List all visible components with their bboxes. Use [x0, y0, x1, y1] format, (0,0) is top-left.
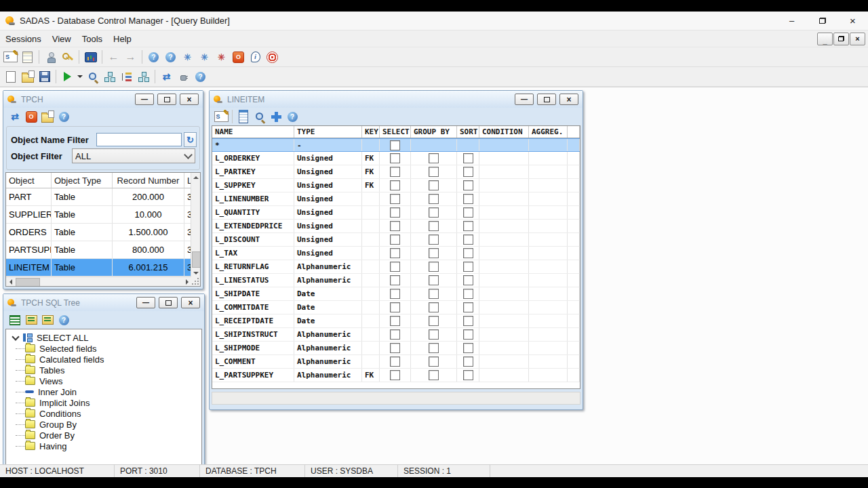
- restore-button[interactable]: [807, 12, 837, 30]
- field-row[interactable]: L_SHIPMODEAlphanumeric: [212, 342, 580, 355]
- group-checkbox[interactable]: [429, 248, 439, 258]
- cell-sort-checkbox[interactable]: [457, 220, 479, 232]
- group-checkbox[interactable]: [429, 302, 439, 312]
- sort-checkbox[interactable]: [463, 302, 473, 312]
- tree-item[interactable]: Order By: [6, 430, 201, 441]
- form-view-button[interactable]: [19, 49, 36, 65]
- monitor-button[interactable]: [82, 49, 99, 65]
- table-row[interactable]: PARTTable200.0003: [6, 188, 191, 206]
- cell-condition[interactable]: [479, 260, 529, 273]
- cell-condition[interactable]: [479, 355, 529, 368]
- group-checkbox[interactable]: [429, 167, 439, 177]
- cell-sort-checkbox[interactable]: [457, 192, 479, 205]
- new-file-button[interactable]: [2, 69, 19, 85]
- cell-aggreg[interactable]: [529, 260, 568, 273]
- column-header[interactable]: Object: [6, 173, 52, 188]
- cell-select-checkbox[interactable]: [380, 152, 411, 165]
- cell-group-checkbox[interactable]: [411, 355, 457, 368]
- group-checkbox[interactable]: [429, 180, 439, 190]
- cell-condition[interactable]: [479, 328, 529, 341]
- tree-list-button[interactable]: [7, 312, 23, 327]
- cell-condition[interactable]: [479, 369, 529, 382]
- menu-help[interactable]: Help: [108, 34, 137, 44]
- resize-grip[interactable]: [191, 277, 200, 286]
- cell-aggreg[interactable]: [529, 233, 568, 246]
- field-row[interactable]: L_RECEIPTDATEDate: [212, 314, 580, 328]
- lineitem-title-bar[interactable]: LINEITEM — ×: [210, 91, 583, 108]
- table-row[interactable]: SUPPLIERTable10.0003: [6, 206, 191, 224]
- scroll-thumb[interactable]: [16, 278, 40, 287]
- field-row[interactable]: L_QUANTITYUnsigned: [212, 206, 580, 220]
- menu-view[interactable]: View: [47, 34, 77, 44]
- cell-aggreg[interactable]: [529, 192, 568, 205]
- field-row[interactable]: L_LINESTATUSAlphanumeric: [212, 274, 580, 287]
- cell-sort-checkbox[interactable]: [457, 206, 479, 219]
- cell-condition[interactable]: [479, 139, 529, 151]
- cell-condition[interactable]: [479, 179, 529, 192]
- table-row[interactable]: PARTSUPPTable800.0003: [6, 241, 191, 259]
- sort-checkbox[interactable]: [463, 262, 473, 272]
- cell-select-checkbox[interactable]: [380, 314, 411, 327]
- group-checkbox[interactable]: [429, 357, 439, 367]
- column-header[interactable]: NAME: [212, 126, 294, 138]
- expander-chevron-icon[interactable]: [12, 333, 19, 340]
- cell-group-checkbox[interactable]: [411, 260, 457, 273]
- cell-select-checkbox[interactable]: [380, 247, 411, 260]
- sort-checkbox[interactable]: [463, 248, 473, 258]
- tpch-open-button[interactable]: [39, 109, 56, 124]
- select-checkbox[interactable]: [390, 316, 400, 326]
- session-detach-button[interactable]: [213, 49, 230, 65]
- cell-condition[interactable]: [479, 233, 529, 246]
- cell-select-checkbox[interactable]: [380, 139, 411, 151]
- session-new-button[interactable]: [179, 49, 196, 65]
- tpch-help-button[interactable]: [56, 109, 72, 124]
- field-row[interactable]: L_RETURNFLAGAlphanumeric: [212, 260, 580, 274]
- select-checkbox[interactable]: [390, 153, 400, 163]
- cell-condition[interactable]: [479, 342, 529, 354]
- object-name-filter-input[interactable]: [96, 133, 182, 146]
- cell-sort-checkbox[interactable]: [457, 233, 479, 246]
- info-button[interactable]: [247, 49, 264, 65]
- sort-checkbox[interactable]: [463, 357, 473, 367]
- cell-select-checkbox[interactable]: [380, 301, 411, 314]
- select-checkbox[interactable]: [390, 167, 400, 177]
- cell-aggreg[interactable]: [529, 179, 568, 192]
- sessions-network-button[interactable]: [158, 69, 175, 85]
- menu-tools[interactable]: Tools: [77, 34, 108, 44]
- stop-button[interactable]: [230, 49, 247, 65]
- group-checkbox[interactable]: [429, 235, 439, 245]
- field-row[interactable]: L_PARTKEYUnsignedFK: [212, 165, 580, 179]
- sort-checkbox[interactable]: [463, 221, 473, 231]
- cell-sort-checkbox[interactable]: [457, 369, 479, 382]
- cell-select-checkbox[interactable]: [380, 206, 411, 219]
- cell-group-checkbox[interactable]: [411, 206, 457, 219]
- group-checkbox[interactable]: [429, 329, 439, 340]
- column-header[interactable]: GROUP BY: [411, 126, 457, 138]
- group-checkbox[interactable]: [429, 316, 439, 326]
- lineitem-close-button[interactable]: ×: [559, 94, 578, 105]
- sort-checkbox[interactable]: [463, 235, 473, 245]
- tree-view-button[interactable]: [118, 69, 135, 85]
- column-header[interactable]: Record Number: [113, 173, 184, 188]
- field-row[interactable]: L_SHIPINSTRUCTAlphanumeric: [212, 328, 580, 342]
- column-header[interactable]: SORT: [457, 126, 479, 138]
- cell-aggreg[interactable]: [529, 301, 568, 314]
- sql-tree-title-bar[interactable]: TPCH SQL Tree — ×: [3, 294, 204, 311]
- cell-aggreg[interactable]: [529, 328, 568, 341]
- connect-button[interactable]: [42, 49, 59, 65]
- lineitem-add-button[interactable]: [268, 109, 284, 124]
- cell-select-checkbox[interactable]: [380, 233, 411, 246]
- tpch-title-bar[interactable]: TPCH — ×: [3, 91, 203, 108]
- cell-group-checkbox[interactable]: [411, 274, 457, 287]
- select-checkbox[interactable]: [390, 275, 400, 285]
- select-checkbox[interactable]: [390, 302, 400, 312]
- cell-condition[interactable]: [479, 220, 529, 232]
- expand-fields-button[interactable]: [39, 312, 56, 327]
- tpch-sessions-button[interactable]: [7, 109, 23, 124]
- lineitem-sql-editor-button[interactable]: [213, 109, 229, 124]
- sort-checkbox[interactable]: [463, 289, 473, 299]
- group-checkbox[interactable]: [429, 221, 439, 231]
- cell-group-checkbox[interactable]: [411, 328, 457, 341]
- expand-tables-button[interactable]: [23, 312, 39, 327]
- cell-condition[interactable]: [479, 274, 529, 287]
